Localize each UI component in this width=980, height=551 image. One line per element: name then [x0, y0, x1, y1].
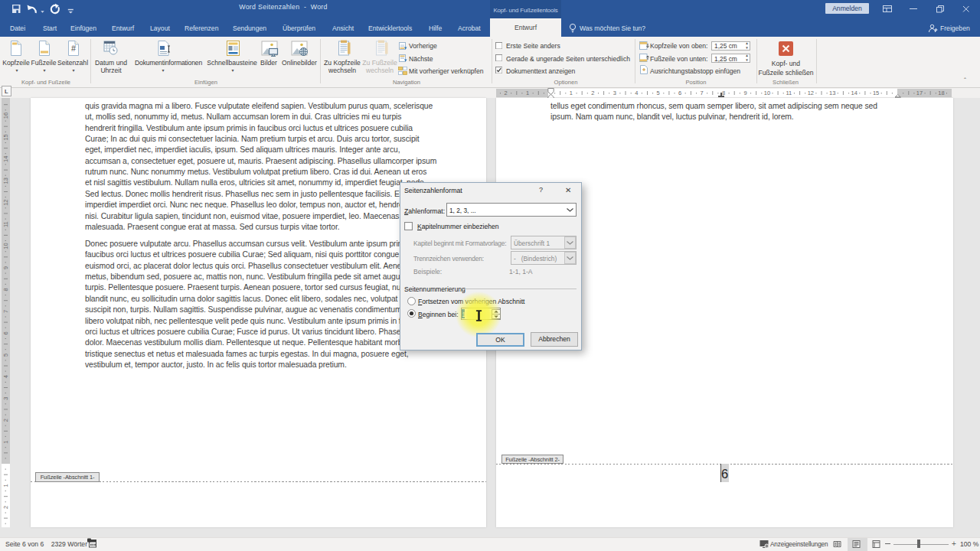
svg-text:2: 2 [2, 506, 9, 509]
svg-text:18: 18 [938, 90, 944, 96]
svg-text:9: 9 [2, 266, 9, 269]
svg-text:15: 15 [873, 90, 879, 96]
svg-text:13: 13 [829, 90, 835, 96]
svg-text:5: 5 [2, 354, 9, 357]
svg-text:2: 2 [505, 90, 508, 96]
svg-text:12: 12 [2, 200, 9, 206]
svg-text:12: 12 [808, 90, 814, 96]
svg-text:2: 2 [2, 419, 9, 422]
svg-text:13: 13 [2, 178, 9, 184]
svg-text:14: 14 [851, 90, 858, 96]
svg-text:6: 6 [678, 90, 681, 96]
svg-text:1: 1 [2, 484, 9, 487]
svg-text:1: 1 [570, 90, 573, 96]
svg-text:10: 10 [764, 90, 770, 96]
svg-text:7: 7 [701, 90, 704, 96]
svg-text:16: 16 [2, 112, 9, 119]
svg-text:7: 7 [2, 310, 9, 313]
svg-text:8: 8 [2, 288, 9, 291]
svg-text:3: 3 [2, 397, 9, 400]
svg-text:2: 2 [591, 90, 594, 96]
svg-text:1: 1 [526, 90, 529, 96]
svg-text:5: 5 [657, 90, 660, 96]
svg-text:14: 14 [2, 156, 9, 162]
svg-text:17: 17 [916, 90, 923, 96]
svg-text:9: 9 [743, 90, 746, 96]
svg-text:6: 6 [2, 331, 9, 334]
svg-text:4: 4 [635, 90, 638, 96]
svg-text:3: 3 [613, 90, 616, 96]
svg-text:15: 15 [2, 134, 9, 140]
svg-text:1: 1 [2, 441, 9, 444]
svg-text:#: # [71, 44, 77, 53]
svg-text:10: 10 [2, 243, 9, 249]
svg-text:4: 4 [2, 375, 9, 378]
svg-text:11: 11 [2, 221, 9, 227]
svg-text:11: 11 [786, 90, 792, 96]
